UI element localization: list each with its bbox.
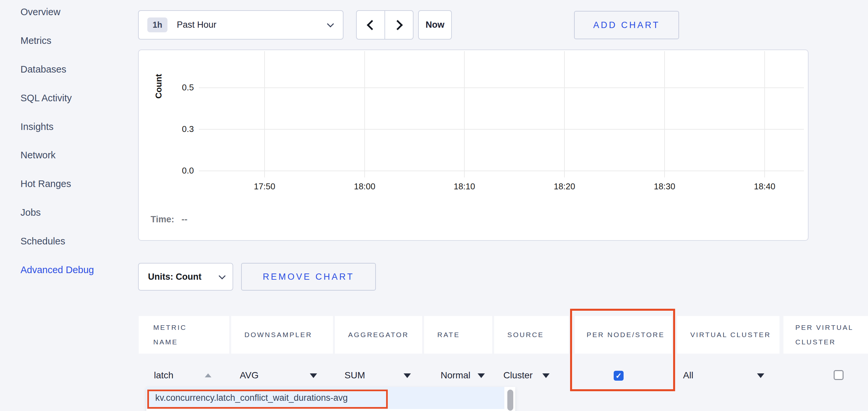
sidebar-item-jobs[interactable]: Jobs (21, 207, 41, 220)
gridline-vertical (264, 51, 265, 177)
x-tick-label: 17:50 (242, 181, 288, 192)
gridline-vertical (764, 51, 765, 177)
sidebar-item-overview[interactable]: Overview (21, 7, 60, 19)
rate-select[interactable]: Normal (441, 370, 470, 381)
sidebar-item-metrics[interactable]: Metrics (21, 35, 51, 48)
column-header-per-virtual-cluster: PER VIRTUAL CLUSTER (783, 316, 868, 353)
gridline-horizontal (199, 88, 804, 88)
metric-name-input[interactable]: latch (154, 370, 174, 381)
chevron-right-icon (392, 20, 403, 30)
chart-panel: Count 0.5 0.3 0.0 17:50 18:00 18:10 18:2… (138, 49, 809, 241)
caret-down-icon[interactable] (757, 373, 764, 378)
aggregator-select[interactable]: SUM (344, 370, 365, 381)
column-header-source: SOURCE (494, 316, 569, 353)
time-value: -- (182, 214, 188, 225)
units-label: Units: Count (148, 272, 202, 282)
gridline-vertical (664, 51, 665, 177)
advanced-debug-custom-chart-page: Overview Metrics Databases SQL Activity … (0, 0, 868, 411)
x-tick-label: 18:40 (742, 181, 788, 192)
time-range-label: Past Hour (177, 20, 216, 30)
sidebar-item-insights[interactable]: Insights (21, 122, 54, 134)
autocomplete-suggestion[interactable]: kv.concurrency.latch_conflict_wait_durat… (146, 387, 504, 409)
chevron-left-icon (367, 20, 377, 30)
add-chart-button[interactable]: ADD CHART (574, 11, 679, 39)
sidebar-item-databases[interactable]: Databases (21, 64, 66, 76)
downsampler-select[interactable]: AVG (240, 370, 259, 381)
per-node-store-checkbox[interactable] (614, 371, 624, 381)
time-range-selector[interactable]: 1h Past Hour (138, 10, 343, 40)
x-tick-label: 18:10 (441, 181, 488, 192)
sidebar-item-network[interactable]: Network (21, 150, 56, 162)
next-time-button[interactable] (385, 10, 413, 40)
y-tick-label: 0.0 (158, 166, 194, 176)
x-tick-label: 18:30 (642, 181, 688, 192)
y-tick-label: 0.3 (158, 124, 194, 134)
virtual-cluster-select[interactable]: All (683, 370, 693, 381)
sort-up-icon[interactable] (205, 373, 211, 377)
time-nav-arrows (356, 10, 413, 40)
caret-down-icon[interactable] (310, 373, 317, 378)
gridline-vertical (464, 51, 465, 177)
column-header-aggregator: AGGREGATOR (335, 316, 422, 353)
now-button[interactable]: Now (418, 10, 452, 40)
time-range-badge: 1h (147, 18, 167, 32)
sidebar-item-hot-ranges[interactable]: Hot Ranges (21, 178, 71, 191)
chevron-down-icon (327, 21, 334, 27)
gridline-horizontal (199, 171, 804, 171)
time-caption: Time: (151, 214, 175, 225)
y-tick-label: 0.5 (158, 82, 194, 93)
per-virtual-cluster-checkbox[interactable] (834, 370, 843, 380)
scrollbar-thumb[interactable] (507, 389, 513, 411)
sidebar-item-advanced-debug[interactable]: Advanced Debug (21, 265, 94, 277)
remove-chart-button[interactable]: REMOVE CHART (241, 263, 376, 290)
sidebar-item-sql-activity[interactable]: SQL Activity (21, 93, 72, 105)
x-tick-label: 18:00 (342, 181, 388, 192)
sidebar-item-schedules[interactable]: Schedules (21, 236, 65, 248)
column-header-downsampler: DOWNSAMPLER (231, 316, 333, 353)
source-select[interactable]: Cluster (503, 370, 533, 381)
column-header-virtual-cluster: VIRTUAL CLUSTER (677, 316, 779, 353)
gridline-vertical (564, 51, 565, 177)
metric-autocomplete-dropdown: kv.concurrency.latch_conflict_wait_durat… (146, 387, 515, 411)
caret-down-icon[interactable] (477, 373, 485, 378)
column-header-per-node-store: PER NODE/STORE (575, 316, 672, 353)
caret-down-icon[interactable] (404, 373, 411, 378)
chevron-down-icon (219, 272, 225, 279)
column-header-rate: RATE (424, 316, 492, 353)
column-header-metric-name: METRIC NAME (139, 316, 229, 353)
units-dropdown[interactable]: Units: Count (138, 263, 233, 290)
gridline-horizontal (199, 129, 804, 130)
caret-down-icon[interactable] (542, 373, 550, 378)
prev-time-button[interactable] (356, 10, 385, 40)
x-tick-label: 18:20 (541, 181, 588, 192)
gridline-vertical (364, 51, 365, 177)
hover-time-readout: Time: -- (151, 214, 188, 225)
